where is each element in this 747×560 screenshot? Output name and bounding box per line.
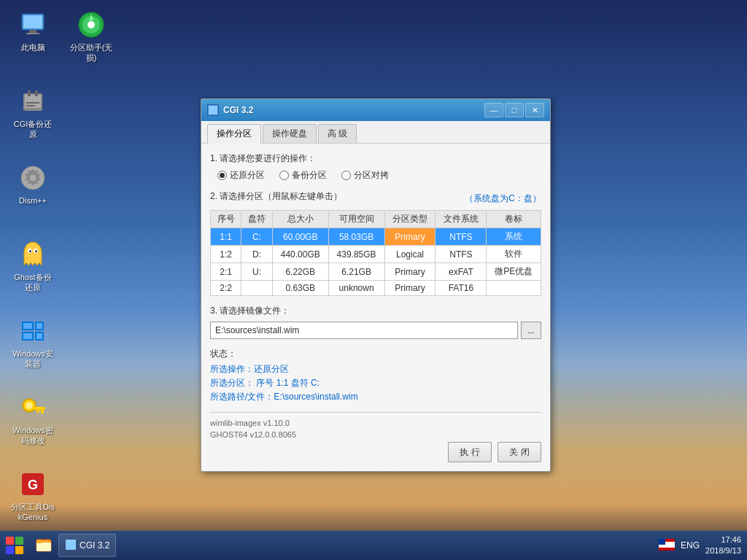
close-button[interactable]: ✕ [525, 103, 544, 117]
language-flag [659, 539, 675, 553]
desktop-icon-diskgenius[interactable]: G 分区工具DiskGenius [7, 467, 58, 526]
desktop-icon-partition-assistant[interactable]: 分区助手(无损) [66, 7, 117, 66]
partition-row-3[interactable]: 2:1 U: 6.22GB 6.21GB Primary exFAT 微PE优盘 [211, 263, 541, 281]
radio-copy-label: 分区对拷 [354, 169, 389, 182]
version-info-1: wimlib-imagex v1.10.0 [210, 419, 541, 427]
tab-operate-partition[interactable]: 操作分区 [207, 124, 261, 144]
partition-row-4[interactable]: 2:2 0.63GB unknown Primary FAT16 [211, 281, 541, 296]
radio-backup[interactable]: 备份分区 [279, 169, 327, 182]
partition-row-1[interactable]: 1:1 C: 60.00GB 58.03GB Primary NTFS 系统 [211, 228, 541, 246]
svg-rect-50 [659, 548, 675, 551]
maximize-button[interactable]: □ [505, 103, 524, 117]
section3-label: 3. 请选择镜像文件： [210, 305, 541, 317]
cell-type: Logical [384, 246, 436, 263]
svg-rect-36 [213, 106, 217, 110]
svg-point-14 [29, 174, 36, 182]
cell-size: 6.22GB [272, 263, 328, 281]
desktop-icon-windows-install[interactable]: Windows安装器 [7, 314, 58, 373]
svg-point-18 [29, 250, 31, 252]
tab-bar: 操作分区 操作硬盘 高 级 [201, 121, 550, 144]
taskbar: CGI 3.2 ENG 17:46 2018/9/13 [0, 531, 747, 560]
tab-operate-disk[interactable]: 操作硬盘 [263, 124, 317, 143]
windows-password-label: Windows密码修改 [10, 425, 55, 446]
minimize-button[interactable]: — [484, 103, 503, 117]
computer-icon [18, 10, 47, 39]
file-path-input[interactable] [210, 322, 518, 339]
cell-fs: FAT16 [436, 281, 487, 296]
partition-header: 2. 请选择分区（用鼠标左键单击） （系统盘为C：盘） [210, 190, 541, 207]
radio-copy[interactable]: 分区对拷 [341, 169, 389, 182]
explorer-button[interactable] [32, 534, 55, 557]
radio-copy-circle [341, 171, 351, 180]
svg-rect-45 [71, 545, 76, 550]
cell-id: 1:2 [211, 246, 241, 263]
radio-group-operation: 还原分区 备份分区 分区对拷 [210, 169, 541, 182]
cell-id: 2:1 [211, 263, 241, 281]
window-titlebar: CGI 3.2 — □ ✕ [201, 99, 550, 121]
cell-drive: D: [241, 246, 272, 263]
tab-advanced[interactable]: 高 级 [318, 124, 357, 143]
partition-table-header: 序号 盘符 总大小 可用空间 分区类型 文件系统 卷标 [211, 211, 541, 228]
svg-rect-3 [26, 33, 39, 34]
desktop-icon-windows-password[interactable]: Windows密码修改 [7, 390, 58, 449]
cell-id: 2:2 [211, 281, 241, 296]
sys-link[interactable]: （系统盘为C：盘） [465, 192, 541, 205]
section1-label: 1. 请选择您要进行的操作： [210, 152, 541, 165]
col-label: 卷标 [487, 211, 541, 228]
col-drive: 盘符 [241, 211, 272, 228]
svg-rect-41 [36, 540, 42, 543]
taskbar-cgi-icon [65, 539, 77, 553]
desktop-icon-dism[interactable]: Dism++ [7, 160, 58, 209]
status-label: 状态： [210, 348, 541, 360]
svg-rect-44 [66, 545, 71, 550]
cell-type: Primary [384, 263, 436, 281]
browse-button[interactable]: ... [521, 322, 541, 339]
partition-table-body: 1:1 C: 60.00GB 58.03GB Primary NTFS 系统 1… [211, 228, 541, 296]
taskbar-time: 17:46 2018/9/13 [705, 534, 741, 557]
windows-logo-icon [6, 537, 23, 554]
close-window-button[interactable]: 关 闭 [498, 442, 541, 462]
ghost-label: Ghost备份还原 [10, 272, 55, 293]
window-controls: — □ ✕ [484, 103, 544, 117]
svg-rect-26 [23, 333, 32, 339]
desktop-icon-ghost[interactable]: Ghost备份还原 [7, 237, 58, 296]
version-info-2: GHOST64 v12.0.0.8065 [210, 430, 541, 439]
desktop-icon-my-computer[interactable]: 此电脑 [7, 7, 58, 55]
svg-rect-43 [71, 540, 76, 545]
svg-rect-1 [23, 15, 42, 28]
svg-rect-11 [26, 102, 39, 104]
start-button[interactable] [0, 531, 29, 560]
divider [210, 412, 541, 413]
svg-rect-10 [35, 90, 38, 96]
svg-rect-35 [209, 106, 213, 110]
partition-table: 序号 盘符 总大小 可用空间 分区类型 文件系统 卷标 1:1 C: [210, 210, 541, 296]
execute-button[interactable]: 执 行 [448, 442, 492, 462]
cell-type: Primary [384, 228, 436, 246]
svg-rect-40 [36, 542, 51, 551]
cell-free: unknown [328, 281, 384, 296]
svg-text:G: G [28, 478, 38, 492]
cell-fs: exFAT [436, 263, 487, 281]
window-title: CGI 3.2 [223, 105, 484, 115]
taskbar-cgi-button[interactable]: CGI 3.2 [58, 534, 116, 557]
svg-rect-2 [29, 30, 36, 33]
partition-assistant-label: 分区助手(无损) [69, 42, 114, 63]
cell-fs: NTFS [436, 246, 487, 263]
cell-size: 440.00GB [272, 246, 328, 263]
language-label: ENG [681, 540, 700, 551]
radio-restore-label: 还原分区 [230, 169, 265, 182]
partition-row-2[interactable]: 1:2 D: 440.00GB 439.85GB Logical NTFS 软件 [211, 246, 541, 263]
desktop-icon-cgi-backup[interactable]: CGI备份还原 [7, 84, 58, 143]
ghost-icon [18, 240, 47, 269]
radio-backup-circle [279, 171, 289, 180]
cell-free: 6.21GB [328, 263, 384, 281]
svg-rect-9 [28, 90, 31, 96]
radio-restore[interactable]: 还原分区 [217, 169, 265, 182]
section2-label: 2. 请选择分区（用鼠标左键单击） [210, 190, 342, 203]
button-row: 执 行 关 闭 [210, 442, 541, 462]
svg-rect-42 [66, 540, 71, 545]
cell-label: 软件 [487, 246, 541, 263]
cell-drive: C: [241, 228, 272, 246]
cell-fs: NTFS [436, 228, 487, 246]
col-type: 分区类型 [384, 211, 436, 228]
